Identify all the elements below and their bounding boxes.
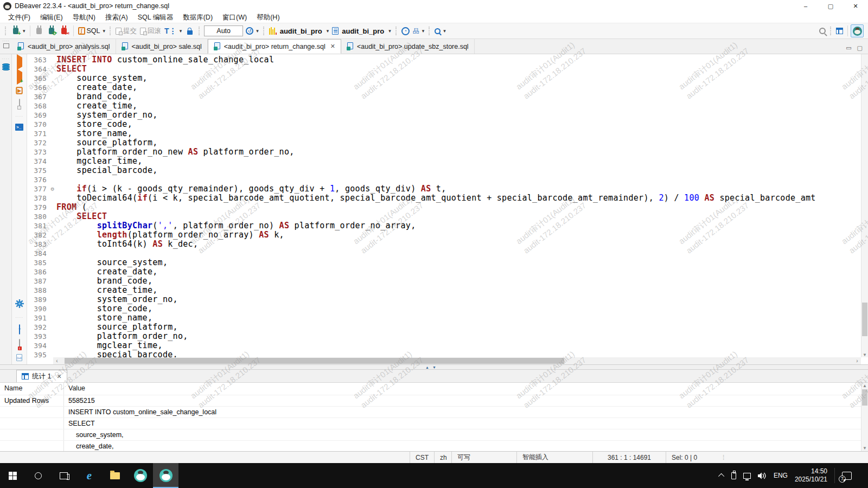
- tray-expand-icon[interactable]: [718, 473, 724, 479]
- search-button[interactable]: [433, 27, 448, 35]
- disconnect-button[interactable]: ✂: [58, 25, 71, 37]
- transaction-mode-button[interactable]: T⋮: [163, 25, 183, 36]
- editor-tab[interactable]: <audit_bi_pro> update_sbz_store.sql: [341, 39, 475, 54]
- scroll-left-icon[interactable]: ‹: [53, 358, 61, 364]
- column-header-name[interactable]: Name: [0, 383, 64, 395]
- code-line[interactable]: 374 mgclear_time,: [27, 157, 861, 166]
- quick-search-button[interactable]: [818, 27, 827, 35]
- taskbar-clock[interactable]: 14:50 2025/10/21: [795, 467, 827, 484]
- editor-settings-button[interactable]: [15, 299, 24, 310]
- history-button[interactable]: ↺: [244, 26, 260, 36]
- menu-item[interactable]: 导航(N): [68, 13, 100, 22]
- menu-item[interactable]: 搜索(A): [100, 13, 133, 22]
- minimize-button[interactable]: –: [793, 0, 818, 12]
- code-line[interactable]: 383 toInt64(k) AS k_dec,: [27, 240, 861, 249]
- dbeaver-taskbar-button[interactable]: [127, 463, 153, 488]
- network-tray-icon[interactable]: [743, 473, 751, 479]
- code-line[interactable]: 393 platform_order_no,: [27, 332, 861, 341]
- menu-item[interactable]: 编辑(E): [35, 13, 68, 22]
- task-view-button[interactable]: [51, 463, 76, 488]
- sash-down-icon[interactable]: ▼: [432, 365, 436, 370]
- open-perspective-button[interactable]: [834, 27, 845, 35]
- commit-button[interactable]: 提交: [114, 25, 138, 37]
- code-line[interactable]: 395 special_barcode,: [27, 350, 861, 357]
- code-line[interactable]: 373 platform_order_no_new AS platform_or…: [27, 147, 861, 157]
- stats-row[interactable]: Updated Rows5585215: [0, 395, 868, 406]
- code-line[interactable]: 368 create_time,: [27, 101, 861, 111]
- menu-item[interactable]: 文件(F): [3, 13, 35, 22]
- scrollbar-thumb[interactable]: [862, 389, 867, 406]
- rollback-button[interactable]: 回滚: [138, 25, 163, 37]
- code-line[interactable]: 388 create_time,: [27, 286, 861, 295]
- status-caret-position[interactable]: 361 : 1 : 14691: [592, 452, 666, 463]
- code-line[interactable]: 385 source_system,: [27, 258, 861, 267]
- stats-row[interactable]: create_date,: [0, 440, 868, 451]
- input-language[interactable]: ENG: [774, 472, 788, 479]
- code-line[interactable]: 394 mgclear_time,: [27, 341, 861, 350]
- stats-row[interactable]: source_system,: [0, 429, 868, 440]
- sql-editor[interactable]: 363INSERT INTO custom_online_sale_change…: [27, 54, 868, 364]
- editor-tab[interactable]: <audit_bi_pro> analysis.sql: [12, 39, 116, 54]
- execute-statement-button[interactable]: [17, 57, 22, 67]
- code-line[interactable]: 375 special_barcode,: [27, 166, 861, 175]
- binary-file-button[interactable]: (ω): [16, 354, 22, 361]
- dbeaver-taskbar-button-active[interactable]: [153, 463, 178, 488]
- editor-tab[interactable]: <audit_bi_pro> sale.sql: [116, 39, 208, 54]
- maximize-panel-icon[interactable]: ▢: [857, 44, 863, 52]
- export-result-button[interactable]: [19, 325, 20, 335]
- scroll-right-icon[interactable]: ›: [853, 358, 861, 364]
- code-line[interactable]: 384: [27, 249, 861, 258]
- code-line[interactable]: 371 store_name,: [27, 129, 861, 138]
- close-icon[interactable]: ✕: [56, 373, 61, 380]
- scroll-down-icon[interactable]: ▼: [861, 446, 868, 451]
- column-header-value[interactable]: Value: [64, 383, 868, 395]
- scroll-down-icon[interactable]: ▼: [861, 352, 868, 357]
- code-line[interactable]: 379FROM (: [27, 203, 861, 212]
- file-explorer-button[interactable]: [102, 463, 127, 488]
- code-line[interactable]: 377 if(i > (k - goods_qty_remainder), go…: [27, 184, 861, 194]
- stats-row[interactable]: SELECT: [0, 418, 868, 429]
- minimize-panel-icon[interactable]: ▭: [846, 44, 851, 52]
- editor-vertical-scrollbar[interactable]: ▼: [861, 54, 868, 357]
- code-line[interactable]: 389 system_order_no,: [27, 295, 861, 304]
- editor-tab[interactable]: <audit_bi_pro> return_change.sql✕: [208, 39, 341, 54]
- stats-vertical-scrollbar[interactable]: ▲ ▼: [861, 383, 868, 451]
- code-line[interactable]: 380 SELECT: [27, 212, 861, 221]
- task-button[interactable]: 品: [411, 25, 426, 37]
- code-line[interactable]: 364SELECT: [27, 65, 861, 74]
- editor-horizontal-scrollbar[interactable]: ‹ ›: [53, 357, 861, 364]
- database-navigator-icon[interactable]: [2, 63, 10, 72]
- lock-button[interactable]: [183, 25, 196, 37]
- panel-splitter[interactable]: ▲▼: [0, 364, 868, 370]
- maximize-button[interactable]: ▢: [818, 0, 843, 12]
- code-line[interactable]: 381 splitByChar(',', platform_order_no) …: [27, 221, 861, 230]
- open-console-button[interactable]: >_: [15, 124, 23, 131]
- minimized-view-bar[interactable]: ····: [0, 39, 12, 54]
- code-line[interactable]: 370 store_code,: [27, 120, 861, 129]
- menu-item[interactable]: 窗口(W): [218, 13, 252, 22]
- code-line[interactable]: 369 system_order_no,: [27, 111, 861, 120]
- code-line[interactable]: 386 create_date,: [27, 267, 861, 277]
- code-area[interactable]: 363INSERT INTO custom_online_sale_change…: [27, 55, 861, 357]
- close-icon[interactable]: ✕: [330, 43, 335, 50]
- internet-explorer-button[interactable]: e: [76, 463, 102, 488]
- usb-icon[interactable]: [731, 472, 736, 479]
- execute-script-button[interactable]: ▶: [16, 87, 23, 94]
- code-line[interactable]: 391 store_name,: [27, 313, 861, 323]
- close-button[interactable]: ✕: [843, 0, 868, 12]
- save-errors-button[interactable]: [19, 339, 20, 349]
- autocommit-select[interactable]: Auto: [204, 25, 243, 36]
- connection-selector[interactable]: audit_bi_pro: [267, 26, 331, 36]
- menu-item[interactable]: 数据库(D): [178, 13, 218, 22]
- code-line[interactable]: 376: [27, 175, 861, 184]
- code-line[interactable]: 387 brand_code,: [27, 277, 861, 286]
- code-line[interactable]: 372 source_platform,: [27, 138, 861, 147]
- new-connection-button[interactable]: +: [9, 25, 27, 37]
- code-line[interactable]: 367 brand_code,: [27, 92, 861, 101]
- code-line[interactable]: 365 source_system,: [27, 74, 861, 83]
- execute-new-tab-button[interactable]: +: [17, 72, 22, 82]
- scrollbar-thumb[interactable]: [65, 358, 564, 364]
- menu-item[interactable]: SQL 编辑器: [133, 13, 178, 22]
- stats-tab[interactable]: 统计 1 ✕: [16, 370, 67, 382]
- fold-collapse-icon[interactable]: [49, 184, 56, 194]
